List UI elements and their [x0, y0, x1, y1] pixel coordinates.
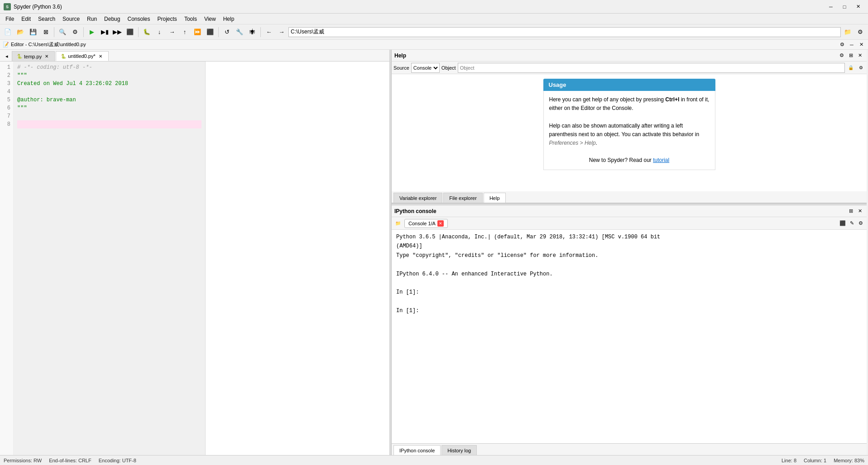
menu-file[interactable]: File — [2, 14, 18, 24]
step-out-button[interactable]: ↑ — [179, 26, 191, 38]
browse-button[interactable]: 📁 — [842, 26, 854, 38]
help-toolbar: Source Console Object 🔒 ⚙ — [392, 62, 867, 74]
open-file-button[interactable]: 📂 — [14, 26, 26, 38]
menu-search[interactable]: Search — [34, 14, 59, 24]
console-close-btn[interactable]: ✕ — [856, 207, 864, 215]
help-gear-btn[interactable]: ⚙ — [857, 64, 865, 72]
stop-debug-button[interactable]: ⬛ — [204, 26, 216, 38]
step-into-button[interactable]: ↓ — [153, 26, 165, 38]
console-tab-1[interactable]: Console 1/A ✕ — [404, 219, 448, 228]
tab-icon-untitled0: 🐍 — [61, 54, 66, 59]
menu-source[interactable]: Source — [59, 14, 83, 24]
console-interrupt-btn[interactable]: ⬛ — [839, 219, 847, 228]
new-file-button[interactable]: 📄 — [2, 26, 14, 38]
forward-button[interactable]: → — [276, 26, 288, 38]
continue-button[interactable]: ⏩ — [192, 26, 203, 38]
object-label: Object — [441, 65, 456, 71]
menu-help[interactable]: Help — [220, 14, 238, 24]
minimize-button[interactable]: ─ — [825, 2, 837, 11]
reset-button[interactable]: ↺ — [221, 26, 233, 38]
console-startup-4: IPython 6.4.0 -- An enhanced Interactive… — [396, 270, 862, 279]
menu-projects[interactable]: Projects — [154, 14, 181, 24]
tab-file-explorer[interactable]: File explorer — [443, 193, 483, 203]
console-options-btn[interactable]: ⚙ — [857, 219, 865, 228]
code-line-6: """ — [17, 104, 201, 112]
code-editor[interactable]: # -*- coding: utf-8 -*- """ Created on W… — [14, 62, 205, 455]
preferences-button[interactable]: ⚙ — [69, 26, 81, 38]
help-options-btn[interactable]: ⚙ — [838, 52, 846, 60]
tab-label-untitled0: untitled0.py* — [68, 53, 96, 59]
editor-tab-browse[interactable]: ◂ — [2, 51, 12, 61]
menu-edit[interactable]: Edit — [18, 14, 34, 24]
find-button[interactable]: 🔍 — [57, 26, 68, 38]
status-memory: Memory: 83% — [834, 458, 864, 463]
console-tab-history[interactable]: History log — [441, 445, 477, 455]
path-input[interactable] — [288, 27, 841, 37]
run-button[interactable]: ▶ — [86, 26, 98, 38]
menu-run[interactable]: Run — [83, 14, 101, 24]
tab-close-temp[interactable]: ✕ — [43, 53, 50, 60]
console-startup-2: (AMD64)] — [396, 242, 862, 251]
usage-para-2: Help can also be shown automatically aft… — [549, 122, 710, 148]
toolbar-sep-5 — [260, 27, 261, 37]
status-bar: Permissions: RW End-of-lines: CRLF Encod… — [0, 455, 868, 465]
tab-help[interactable]: Help — [484, 193, 506, 203]
menu-consoles[interactable]: Consoles — [124, 14, 153, 24]
help-content: Usage Here you can get help of any objec… — [392, 74, 867, 191]
toolbar-sep-3 — [138, 27, 139, 37]
toolbar: 📄 📂 💾 ⊠ 🔍 ⚙ ▶ ▶▮ ▶▶ ⬛ 🐛 ↓ → ↑ ⏩ ⬛ ↺ 🔧 🕷 … — [0, 24, 868, 40]
tab-temp-py[interactable]: 🐍 temp.py ✕ — [12, 51, 55, 61]
console-startup-1: Python 3.6.5 |Anaconda, Inc.| (default, … — [396, 232, 862, 242]
code-line-7 — [17, 112, 201, 120]
usage-container: Usage Here you can get help of any objec… — [543, 79, 715, 170]
toolbar-sep-1 — [54, 27, 54, 37]
status-permissions: Permissions: RW — [4, 458, 42, 463]
console-tab-ipython[interactable]: IPython console — [393, 445, 441, 455]
help-object-input[interactable] — [458, 63, 845, 73]
editor-close-btn[interactable]: ✕ — [857, 41, 865, 49]
tab-untitled0-py[interactable]: 🐍 untitled0.py* ✕ — [56, 51, 109, 61]
menu-tools[interactable]: Tools — [181, 14, 201, 24]
console-tab-area: 📁 Console 1/A ✕ ⬛ ✎ ⚙ — [392, 217, 867, 230]
right-panel: Help ⚙ ⊞ ✕ Source Console Object 🔒 — [391, 50, 867, 455]
toolbar-sep-2 — [83, 27, 84, 37]
console-title: IPython console — [394, 208, 436, 214]
editor-left: ◂ 🐍 temp.py ✕ 🐍 untitled0.py* ✕ 1 2 — [0, 50, 389, 455]
run-cell-advance-button[interactable]: ▶▶ — [111, 26, 123, 38]
run-cell-button[interactable]: ▶▮ — [99, 26, 110, 38]
editor-minimize-btn[interactable]: ─ — [848, 41, 856, 49]
menu-view[interactable]: View — [201, 14, 220, 24]
tutorial-link[interactable]: tutorial — [653, 157, 669, 163]
options-button[interactable]: ⚙ — [854, 26, 866, 38]
editor-options-btn[interactable]: ⚙ — [838, 41, 846, 49]
help-source-select[interactable]: Console — [411, 63, 440, 73]
status-column: Column: 1 — [804, 458, 826, 463]
close-button[interactable]: ✕ — [852, 2, 864, 11]
debug-button[interactable]: 🐛 — [141, 26, 153, 38]
menu-debug[interactable]: Debug — [101, 14, 124, 24]
code-line-4 — [17, 88, 201, 96]
settings-button[interactable]: 🔧 — [234, 26, 245, 38]
console-content[interactable]: Python 3.6.5 |Anaconda, Inc.| (default, … — [392, 230, 867, 443]
help-close-btn[interactable]: ✕ — [856, 52, 864, 60]
stop-button[interactable]: ⬛ — [124, 26, 136, 38]
help-undock-btn[interactable]: ⊞ — [847, 52, 855, 60]
code-line-2: """ — [17, 71, 201, 80]
tab-variable-explorer[interactable]: Variable explorer — [393, 193, 442, 203]
console-restart-btn[interactable]: ✎ — [848, 219, 856, 228]
console-header: IPython console ⊞ ✕ — [392, 205, 867, 217]
console-undock-btn[interactable]: ⊞ — [847, 207, 855, 215]
console-tab-close-btn[interactable]: ✕ — [437, 220, 444, 227]
help-lock-btn[interactable]: 🔒 — [847, 64, 855, 72]
app-container: S Spyder (Python 3.6) ─ □ ✕ File Edit Se… — [0, 0, 868, 465]
main-content: ◂ 🐍 temp.py ✕ 🐍 untitled0.py* ✕ 1 2 — [0, 50, 868, 455]
spyder-button[interactable]: 🕷 — [246, 26, 258, 38]
maximize-button[interactable]: □ — [838, 2, 851, 11]
tab-close-untitled0[interactable]: ✕ — [97, 53, 104, 59]
save-button[interactable]: 💾 — [27, 26, 39, 38]
step-over-button[interactable]: → — [166, 26, 178, 38]
new-console-btn[interactable]: 📁 — [393, 219, 403, 228]
console-bottom-tabs: IPython console History log — [392, 443, 867, 455]
save-all-button[interactable]: ⊠ — [40, 26, 52, 38]
back-button[interactable]: ← — [263, 26, 275, 38]
